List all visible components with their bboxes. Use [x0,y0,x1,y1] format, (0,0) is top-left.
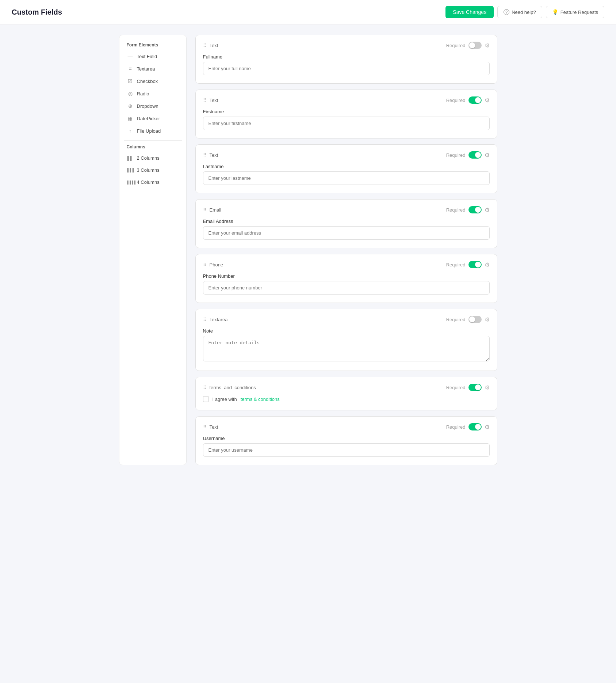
field-card-username: ⠿ Text Required ⚙ Username [195,416,497,465]
gear-button-username[interactable]: ⚙ [485,424,490,430]
sidebar-item-dropdown[interactable]: ⊕ Dropdown [124,100,182,112]
sidebar-item-dropdown-label: Dropdown [137,103,158,109]
field-card-email: ⠿ Email Required ⚙ Email Address [195,199,497,248]
drag-handle-username[interactable]: ⠿ [203,424,207,430]
sidebar-item-checkbox[interactable]: ☑ Checkbox [124,75,182,87]
drag-handle-terms[interactable]: ⠿ [203,385,207,390]
field-label-email: Email Address [203,219,490,224]
sidebar-item-2col[interactable]: ▌▌ 2 Columns [124,152,182,164]
toggle-track-fullname [468,42,482,49]
sidebar-item-2col-label: 2 Columns [137,155,160,161]
field-card-firstname: ⠿ Text Required ⚙ Firstname [195,90,497,139]
field-input-phone[interactable] [203,281,490,295]
sidebar-item-file-upload[interactable]: ↑ File Upload [124,125,182,137]
toggle-fullname[interactable] [468,42,482,49]
sidebar: Form Elements — Text Field ≡ Textarea ☑ … [119,35,187,465]
gear-button-lastname[interactable]: ⚙ [485,152,490,159]
terms-link[interactable]: terms & conditions [241,396,280,402]
radio-icon: ◎ [127,91,133,96]
gear-button-note[interactable]: ⚙ [485,316,490,323]
drag-handle-phone[interactable]: ⠿ [203,262,207,267]
datepicker-icon: ▦ [127,115,133,121]
help-icon: ? [504,9,509,15]
4col-icon: ▌▌▌▌ [127,181,133,184]
gear-button-phone[interactable]: ⚙ [485,261,490,268]
toggle-thumb-email [475,207,481,213]
drag-handle-note[interactable]: ⠿ [203,317,207,322]
required-label-firstname: Required [446,98,466,103]
toggle-thumb-fullname [469,42,475,48]
field-card-phone: ⠿ Phone Required ⚙ Phone Number [195,254,497,303]
toggle-terms[interactable] [468,384,482,391]
field-input-firstname[interactable] [203,117,490,130]
gear-button-terms[interactable]: ⚙ [485,384,490,391]
toggle-phone[interactable] [468,261,482,268]
sidebar-item-file-upload-label: File Upload [137,128,161,134]
card-header-phone: ⠿ Phone Required ⚙ [203,261,490,268]
field-card-fullname: ⠿ Text Required ⚙ Fullname [195,35,497,84]
drag-handle-lastname[interactable]: ⠿ [203,152,207,158]
terms-text-prefix: I agree with [213,396,237,402]
sidebar-item-textarea-label: Textarea [137,66,155,72]
toggle-email[interactable] [468,206,482,213]
field-label-phone: Phone Number [203,273,490,279]
checkbox-icon: ☑ [127,78,133,84]
sidebar-item-4col[interactable]: ▌▌▌▌ 4 Columns [124,177,182,188]
field-input-lastname[interactable] [203,171,490,185]
toggle-note[interactable] [468,316,482,323]
required-label-email: Required [446,207,466,213]
required-label-username: Required [446,424,466,430]
field-type-fullname: Text [210,43,218,48]
field-card-note: ⠿ Textarea Required ⚙ Note [195,309,497,371]
sidebar-item-datepicker-label: DatePicker [137,116,160,121]
toggle-lastname[interactable] [468,151,482,159]
text-field-icon: — [127,53,133,59]
help-label: Need help? [512,10,536,15]
toggle-username[interactable] [468,423,482,430]
save-button[interactable]: Save Changes [445,6,494,18]
toggle-track-firstname [468,96,482,104]
card-header-note: ⠿ Textarea Required ⚙ [203,316,490,323]
2col-icon: ▌▌ [127,156,133,160]
field-type-lastname: Text [210,152,218,158]
toggle-track-terms [468,384,482,391]
drag-handle-firstname[interactable]: ⠿ [203,98,207,103]
gear-button-email[interactable]: ⚙ [485,206,490,213]
toggle-thumb-username [475,424,481,430]
field-textarea-note[interactable] [203,336,490,361]
toggle-thumb-firstname [475,97,481,103]
sidebar-item-3col[interactable]: ▌▌▌ 3 Columns [124,164,182,176]
toggle-firstname[interactable] [468,96,482,104]
sidebar-item-text-field-label: Text Field [137,54,157,59]
field-label-lastname: Lastname [203,164,490,169]
sidebar-item-datepicker[interactable]: ▦ DatePicker [124,113,182,124]
header-actions: Save Changes ? Need help? 💡 Feature Requ… [445,6,604,18]
toggle-track-phone [468,261,482,268]
field-input-username[interactable] [203,443,490,457]
drag-handle-fullname[interactable]: ⠿ [203,43,207,48]
card-header-lastname: ⠿ Text Required ⚙ [203,151,490,159]
terms-checkbox[interactable] [203,396,209,402]
feature-requests-button[interactable]: 💡 Feature Requests [546,6,604,18]
toggle-thumb-note [469,316,475,322]
app-header: Custom Fields Save Changes ? Need help? … [0,0,616,24]
field-type-firstname: Text [210,98,218,103]
field-type-phone: Phone [210,262,223,267]
field-label-fullname: Fullname [203,54,490,60]
help-button[interactable]: ? Need help? [497,6,542,18]
3col-icon: ▌▌▌ [127,168,133,172]
page-title: Custom Fields [12,8,62,16]
gear-button-fullname[interactable]: ⚙ [485,42,490,49]
toggle-track-note [468,316,482,323]
sidebar-item-textarea[interactable]: ≡ Textarea [124,63,182,75]
gear-button-firstname[interactable]: ⚙ [485,97,490,104]
drag-handle-email[interactable]: ⠿ [203,207,207,213]
field-input-fullname[interactable] [203,62,490,75]
field-input-email[interactable] [203,226,490,240]
sidebar-item-text-field[interactable]: — Text Field [124,50,182,62]
card-header-email: ⠿ Email Required ⚙ [203,206,490,213]
required-label-phone: Required [446,262,466,267]
sidebar-item-radio[interactable]: ◎ Radio [124,88,182,99]
terms-checkbox-row: I agree with terms & conditions [203,396,490,402]
field-type-note: Textarea [210,317,228,322]
